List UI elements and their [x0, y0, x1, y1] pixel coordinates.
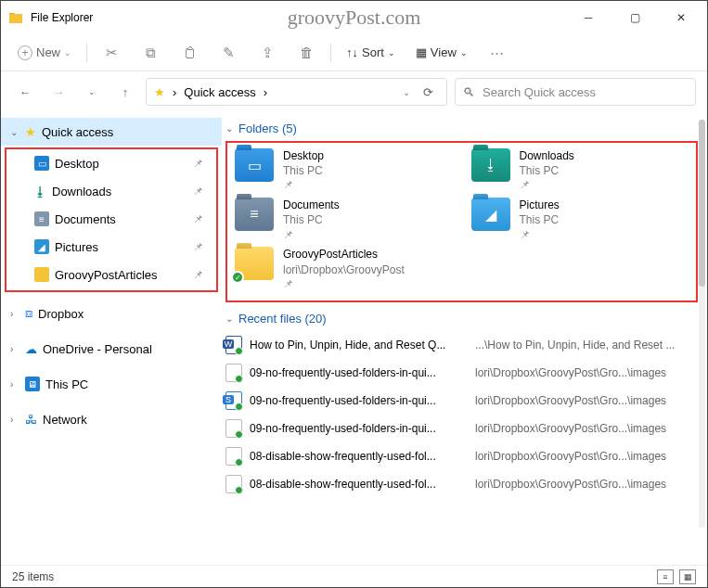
watermark: groovyPost.com — [288, 6, 421, 30]
scrollbar-thumb[interactable] — [699, 120, 705, 287]
network-icon: 🖧︎ — [25, 413, 37, 427]
recent-locations-button[interactable]: ⌄ — [79, 87, 105, 96]
folder-documents[interactable]: ≡ Documents This PC 📌︎ — [235, 198, 453, 241]
vertical-scrollbar[interactable] — [699, 120, 705, 528]
file-name: 08-disable-show-frequently-used-fol... — [250, 478, 468, 491]
up-button[interactable]: ↑ — [112, 85, 138, 99]
file-name: 09-no-frequently-used-folders-in-qui... — [250, 394, 468, 407]
sidebar-thispc[interactable]: › 🖥︎ This PC — [1, 370, 222, 398]
sidebar-item-desktop[interactable]: ▭ Desktop 📌︎ — [6, 149, 216, 177]
sidebar-label: Quick access — [42, 125, 113, 139]
cut-icon[interactable]: ✂ — [97, 45, 126, 61]
chevron-right-icon: › — [10, 344, 19, 354]
download-icon: ⭳ — [34, 185, 46, 198]
breadcrumb-sep: › — [173, 85, 176, 99]
folder-groovypostarticles[interactable]: ✓ GroovyPostArticles lori\Dropbox\Groovy… — [235, 247, 453, 290]
recent-section-header[interactable]: ⌄ Recent files (20) — [225, 312, 698, 326]
file-path: lori\Dropbox\GroovyPost\Gro...\images — [475, 450, 698, 463]
section-label: Folders (5) — [238, 121, 297, 135]
delete-icon[interactable]: 🗑︎ — [291, 45, 321, 60]
sidebar-label: Dropbox — [38, 307, 84, 321]
sidebar-network[interactable]: › 🖧︎ Network — [1, 405, 222, 433]
chevron-down-icon: ⌄ — [460, 48, 468, 58]
more-icon[interactable]: ⋯ — [483, 45, 512, 61]
pin-icon: 📌︎ — [283, 228, 340, 242]
documents-folder-icon: ≡ — [235, 198, 274, 231]
sidebar-item-pictures[interactable]: ◢ Pictures 📌︎ — [6, 233, 216, 261]
refresh-button[interactable]: ⟳ — [418, 85, 439, 99]
pictures-icon: ◢ — [34, 239, 49, 254]
search-input[interactable]: 🔍︎ Search Quick access — [455, 78, 696, 106]
breadcrumb-sep: › — [264, 85, 267, 99]
folder-name: Desktop — [283, 148, 324, 163]
sidebar-item-downloads[interactable]: ⭳ Downloads 📌︎ — [6, 177, 216, 205]
sidebar-quick-access[interactable]: ⌄ ★ Quick access — [1, 118, 222, 146]
highlight-box-folders: ▭ Desktop This PC 📌︎ ⭳ Downloads This PC… — [225, 141, 698, 302]
pin-icon: 📌︎ — [193, 269, 203, 280]
pin-icon: 📌︎ — [283, 178, 324, 192]
new-button[interactable]: + New ⌄ — [12, 42, 77, 64]
sidebar-item-documents[interactable]: ≡ Documents 📌︎ — [6, 205, 216, 233]
sidebar-item-label: Downloads — [52, 185, 111, 198]
chevron-right-icon: › — [10, 415, 19, 425]
file-name: How to Pin, Unpin, Hide, and Reset Q... — [250, 339, 468, 352]
forward-button[interactable]: → — [45, 85, 71, 99]
app-icon — [8, 10, 23, 25]
chevron-down-icon[interactable]: ⌄ — [403, 87, 410, 97]
sync-badge-icon: ✓ — [231, 271, 244, 284]
folder-icon — [34, 267, 49, 282]
chevron-down-icon: ⌄ — [225, 313, 233, 324]
sidebar-dropbox[interactable]: › ⧈ Dropbox — [1, 300, 222, 327]
cloud-icon: ☁ — [25, 342, 37, 356]
star-icon: ★ — [25, 125, 36, 139]
desktop-icon: ▭ — [34, 156, 49, 171]
minimize-button[interactable]: ─ — [575, 11, 601, 24]
share-icon[interactable]: ⇪ — [252, 45, 282, 61]
pin-icon: 📌︎ — [520, 178, 574, 192]
recent-file-row[interactable]: How to Pin, Unpin, Hide, and Reset Q... … — [225, 331, 698, 359]
details-view-button[interactable]: ≡ — [657, 569, 674, 584]
paste-icon[interactable]: 📋︎ — [174, 45, 204, 60]
folder-name: Pictures — [520, 198, 560, 212]
sidebar-label: This PC — [45, 377, 88, 391]
sidebar-item-groovypostarticles[interactable]: GroovyPostArticles 📌︎ — [6, 261, 216, 288]
sidebar-label: Network — [43, 413, 87, 427]
folder-downloads[interactable]: ⭳ Downloads This PC 📌︎ — [471, 148, 689, 192]
downloads-folder-icon: ⭳ — [471, 148, 510, 182]
copy-icon[interactable]: ⧉ — [135, 45, 165, 61]
thumbnails-view-button[interactable]: ▦ — [679, 569, 696, 584]
folder-pictures[interactable]: ◢ Pictures This PC 📌︎ — [471, 198, 689, 241]
view-button[interactable]: ▦ View ⌄ — [410, 42, 473, 63]
image-file-icon — [225, 419, 242, 438]
section-label: Recent files (20) — [238, 312, 327, 326]
maximize-button[interactable]: ▢ — [622, 11, 648, 24]
folder-location: This PC — [520, 163, 574, 178]
sidebar-onedrive[interactable]: › ☁ OneDrive - Personal — [1, 335, 222, 363]
recent-file-row[interactable]: 09-no-frequently-used-folders-in-qui... … — [225, 387, 698, 415]
recent-file-row[interactable]: 09-no-frequently-used-folders-in-qui... … — [225, 359, 698, 387]
search-placeholder: Search Quick access — [483, 85, 596, 99]
close-button[interactable]: ✕ — [668, 11, 694, 24]
folder-icon: ✓ — [235, 247, 274, 280]
folder-location: This PC — [283, 163, 324, 178]
file-path: lori\Dropbox\GroovyPost\Gro...\images — [475, 366, 698, 379]
recent-file-row[interactable]: 09-no-frequently-used-folders-in-qui... … — [225, 415, 698, 442]
word-file-icon — [225, 336, 242, 354]
recent-file-row[interactable]: 08-disable-show-frequently-used-fol... l… — [225, 442, 698, 470]
back-button[interactable]: ← — [12, 85, 38, 99]
window-title: File Explorer — [31, 11, 93, 24]
desktop-folder-icon: ▭ — [235, 148, 274, 182]
file-path: lori\Dropbox\GroovyPost\Gro...\images — [475, 478, 698, 491]
sidebar-item-label: GroovyPostArticles — [55, 268, 158, 282]
sidebar-label: OneDrive - Personal — [43, 342, 152, 356]
folder-desktop[interactable]: ▭ Desktop This PC 📌︎ — [235, 148, 453, 192]
sort-button[interactable]: ↑↓ Sort ⌄ — [341, 42, 401, 63]
folders-section-header[interactable]: ⌄ Folders (5) — [225, 121, 698, 135]
recent-file-row[interactable]: 08-disable-show-frequently-used-fol... l… — [225, 470, 698, 498]
breadcrumb[interactable]: ★ › Quick access › ⌄ ⟳ — [146, 78, 447, 106]
chevron-right-icon: › — [10, 379, 19, 390]
rename-icon[interactable]: ✎ — [213, 45, 243, 61]
pictures-folder-icon: ◢ — [471, 198, 510, 231]
breadcrumb-label[interactable]: Quick access — [184, 85, 255, 99]
folder-name: GroovyPostArticles — [283, 247, 405, 262]
